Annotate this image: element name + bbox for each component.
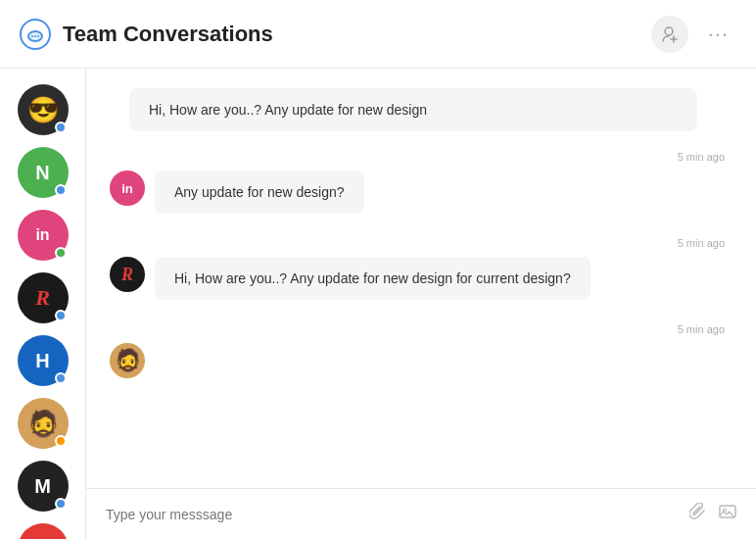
sidebar-item-user8[interactable]: P <box>18 523 69 539</box>
status-dot <box>55 310 67 321</box>
timestamp-4: 5 min ago <box>678 323 729 335</box>
avatar-user-in: in <box>110 171 145 206</box>
header: Team Conversations ··· <box>0 0 756 69</box>
sidebar-item-user2[interactable]: N <box>18 147 69 198</box>
input-area <box>86 488 756 539</box>
svg-point-5 <box>665 27 673 35</box>
svg-point-4 <box>37 35 39 37</box>
header-left: Team Conversations <box>20 19 273 50</box>
messages-list: Hi, How are you..? Any update for new de… <box>86 69 756 488</box>
sidebar-item-user7[interactable]: M <box>18 461 69 512</box>
more-options-button[interactable]: ··· <box>700 18 736 51</box>
avatar-user-r: R <box>110 257 145 292</box>
message-bubble-3: Hi, How are you..? Any update for new de… <box>155 257 591 300</box>
sidebar-item-user1[interactable]: 😎 <box>18 84 69 135</box>
attachment-icon[interactable] <box>689 503 707 525</box>
sidebar-item-user6[interactable]: 🧔 <box>18 398 69 449</box>
svg-point-3 <box>34 35 36 37</box>
status-dot <box>55 372 67 384</box>
svg-point-2 <box>31 35 33 37</box>
status-dot <box>55 498 67 510</box>
avatar-user-beard: 🧔 <box>110 343 145 378</box>
message-block-2: 5 min ago in Any update for new design? <box>110 151 732 229</box>
sidebar: 😎 N in R H 🧔 M <box>0 69 86 539</box>
page-title: Team Conversations <box>63 22 273 47</box>
own-message: Hi, How are you..? Any update for new de… <box>129 88 697 131</box>
message-block-3: 5 min ago R Hi, How are you..? Any updat… <box>110 237 732 316</box>
input-icons <box>689 503 736 525</box>
add-user-button[interactable] <box>651 16 688 53</box>
status-dot <box>55 184 67 196</box>
message-block-1: Hi, How are you..? Any update for new de… <box>110 88 732 143</box>
sidebar-item-user5[interactable]: H <box>18 335 69 386</box>
status-dot <box>55 122 67 133</box>
timestamp-3: 5 min ago <box>678 237 729 249</box>
header-right: ··· <box>651 16 736 53</box>
message-block-4: 5 min ago 🧔 <box>110 323 732 394</box>
chat-area: Hi, How are you..? Any update for new de… <box>86 69 756 539</box>
status-dot <box>55 247 67 259</box>
image-icon[interactable] <box>719 503 736 525</box>
sidebar-item-user4[interactable]: R <box>18 272 69 323</box>
status-dot <box>55 435 67 447</box>
sidebar-item-user3[interactable]: in <box>18 210 69 261</box>
timestamp-2: 5 min ago <box>678 151 729 163</box>
chat-icon <box>20 19 51 50</box>
message-input[interactable] <box>106 507 678 522</box>
main-content: 😎 N in R H 🧔 M <box>0 69 756 539</box>
message-bubble-2: Any update for new design? <box>155 171 364 214</box>
